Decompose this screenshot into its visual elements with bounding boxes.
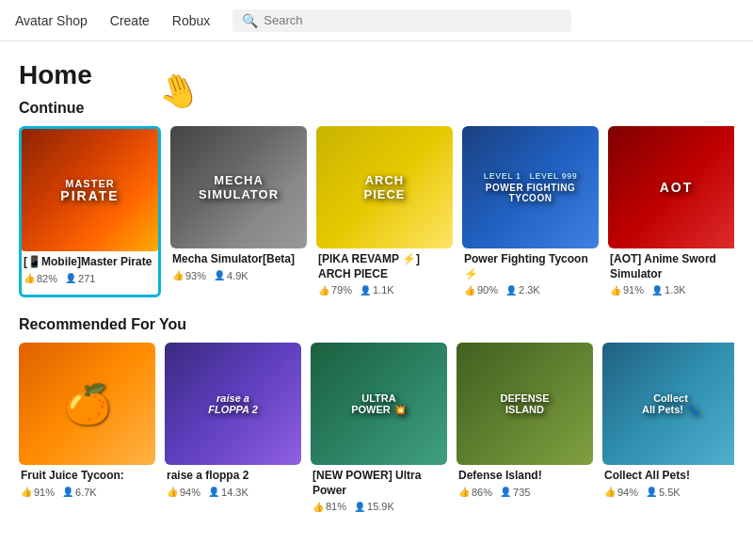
page-title: Home [19, 60, 734, 90]
game-title-collect-pets: Collect All Pets! [604, 469, 734, 484]
players-value: 4.9K [227, 270, 248, 281]
nav-create[interactable]: Create [110, 9, 150, 32]
game-info-master-pirate: [📱Mobile]Master Pirate 👍 82% 👤 271 [22, 251, 158, 286]
game-stats-defense-island: 👍 86% 👤 735 [458, 487, 591, 498]
game-card-fruit-juice[interactable]: 🍊 Fruit Juice Tycoon: 👍 91% 👤 [19, 343, 155, 514]
game-card-power-fighting[interactable]: LEVEL 1 LEVEL 999 POWER FIGHTINGTYCOON P… [462, 126, 599, 297]
nav-robux[interactable]: Robux [172, 9, 210, 32]
game-card-raise-floppa[interactable]: raise aFLOPPA 2 raise a floppa 2 👍 94% 👤 [165, 343, 301, 514]
players-stat: 👤 1.1K [360, 284, 394, 296]
game-card-master-pirate[interactable]: MASTER PIRATE [📱Mobile]Master Pirate 👍 8… [19, 126, 161, 297]
game-thumb-collect-pets: CollectAll Pets! 🐾 [602, 343, 734, 465]
thumb-bg-aot: AOT [608, 126, 734, 248]
rating-value: 91% [34, 487, 55, 498]
players-value: 6.7K [75, 487, 97, 498]
game-stats-mecha: 👍 93% 👤 4.9K [172, 270, 305, 281]
game-info-power-fighting: Power Fighting Tycoon ⚡ 👍 90% 👤 2.3K [462, 248, 599, 297]
players-icon: 👤 [214, 270, 225, 280]
game-info-defense-island: Defense Island! 👍 86% 👤 735 [457, 465, 593, 500]
rating-value: 94% [180, 487, 200, 498]
search-bar: 🔍 [232, 9, 571, 32]
thumbs-up-icon: 👍 [21, 487, 32, 497]
rating-stat: 👍 93% [172, 270, 206, 281]
rating-value: 86% [472, 487, 492, 498]
rating-stat: 👍 81% [312, 501, 346, 512]
thumbs-up-icon: 👍 [172, 270, 184, 280]
rating-value: 82% [37, 273, 57, 284]
players-icon: 👤 [354, 502, 365, 512]
game-stats-raise-floppa: 👍 94% 👤 14.3K [167, 487, 299, 498]
continue-section: Continue MASTER PIRATE [📱Mobile]Master P [19, 100, 734, 297]
game-card-collect-pets[interactable]: CollectAll Pets! 🐾 Collect All Pets! 👍 9… [602, 343, 734, 514]
game-card-aot[interactable]: AOT [AOT] Anime Sword Simulator 👍 91% 👤 [608, 126, 734, 297]
nav-avatar-shop[interactable]: Avatar Shop [15, 9, 88, 32]
game-title-new-power: [NEW POWER] Ultra Power [312, 469, 445, 498]
recommended-section: Recommended For You 🍊 Fruit Juice Tycoon… [19, 316, 734, 514]
rating-value: 93% [185, 270, 206, 281]
search-input[interactable] [264, 13, 562, 27]
game-card-arch-piece[interactable]: ARCHPIECE [PIKA REVAMP ⚡] ARCH PIECE 👍 7… [316, 126, 453, 297]
thumb-bg-power-fighting: LEVEL 1 LEVEL 999 POWER FIGHTINGTYCOON [462, 126, 599, 248]
game-info-fruit-juice: Fruit Juice Tycoon: 👍 91% 👤 6.7K [19, 465, 155, 500]
players-value: 1.1K [373, 284, 394, 296]
players-stat: 👤 4.9K [214, 270, 248, 281]
game-thumb-aot: AOT [608, 126, 734, 248]
search-icon: 🔍 [242, 13, 258, 28]
rating-value: 90% [477, 284, 498, 296]
players-stat: 👤 14.3K [208, 487, 248, 498]
game-title-aot: [AOT] Anime Sword Simulator [610, 252, 734, 281]
rating-value: 94% [617, 487, 638, 498]
rating-stat: 👍 91% [610, 284, 644, 296]
game-info-new-power: [NEW POWER] Ultra Power 👍 81% 👤 15.9K [311, 465, 447, 514]
thumbs-up-icon: 👍 [167, 487, 178, 497]
game-stats-aot: 👍 91% 👤 1.3K [610, 284, 734, 296]
continue-cards-row: MASTER PIRATE [📱Mobile]Master Pirate 👍 8… [19, 126, 734, 297]
players-stat: 👤 15.9K [354, 501, 394, 512]
game-stats-new-power: 👍 81% 👤 15.9K [312, 501, 445, 512]
players-stat: 👤 2.3K [505, 284, 540, 296]
thumb-bg-new-power: ULTRAPOWER 💥 [311, 343, 447, 465]
game-info-aot: [AOT] Anime Sword Simulator 👍 91% 👤 1.3K [608, 248, 734, 297]
recommended-section-title: Recommended For You [19, 316, 734, 333]
game-title-fruit-juice: Fruit Juice Tycoon: [21, 469, 153, 484]
thumb-bg-collect-pets: CollectAll Pets! 🐾 [602, 343, 734, 465]
players-value: 15.9K [367, 501, 394, 512]
players-stat: 👤 1.3K [651, 284, 686, 296]
rating-stat: 👍 82% [24, 273, 57, 284]
thumbs-up-icon: 👍 [610, 285, 621, 296]
game-card-defense-island[interactable]: DEFENSEISLAND Defense Island! 👍 86% 👤 [457, 343, 593, 514]
players-icon: 👤 [646, 487, 657, 497]
game-stats-master-pirate: 👍 82% 👤 271 [24, 273, 156, 284]
game-info-raise-floppa: raise a floppa 2 👍 94% 👤 14.3K [165, 465, 301, 500]
recommended-cards-row: 🍊 Fruit Juice Tycoon: 👍 91% 👤 [19, 343, 734, 514]
rating-value: 79% [331, 284, 352, 296]
game-info-collect-pets: Collect All Pets! 👍 94% 👤 5.5K [602, 465, 734, 500]
players-icon: 👤 [65, 273, 76, 283]
game-title-power-fighting: Power Fighting Tycoon ⚡ [464, 252, 597, 281]
rating-stat: 👍 94% [167, 487, 200, 498]
thumb-bg-raise-floppa: raise aFLOPPA 2 [165, 343, 301, 465]
game-card-new-power[interactable]: ULTRAPOWER 💥 [NEW POWER] Ultra Power 👍 8… [311, 343, 447, 514]
players-value: 1.3K [665, 284, 686, 296]
players-stat: 👤 5.5K [646, 487, 681, 498]
game-thumb-mecha: MECHASIMULATOR [170, 126, 307, 248]
thumbs-up-icon: 👍 [458, 487, 470, 497]
thumb-bg-defense-island: DEFENSEISLAND [457, 343, 593, 465]
main-content: Home Continue MASTER PIRATE [0, 41, 753, 514]
game-title-defense-island: Defense Island! [458, 469, 591, 484]
game-thumb-defense-island: DEFENSEISLAND [457, 343, 593, 465]
thumbs-up-icon: 👍 [318, 285, 329, 296]
players-stat: 👤 735 [500, 487, 530, 498]
players-icon: 👤 [505, 285, 517, 296]
rating-stat: 👍 90% [464, 284, 498, 296]
thumb-bg-arch-piece: ARCHPIECE [316, 126, 453, 248]
game-info-mecha: Mecha Simulator[Beta] 👍 93% 👤 4.9K [170, 248, 307, 283]
game-thumb-arch-piece: ARCHPIECE [316, 126, 453, 248]
players-icon: 👤 [62, 487, 73, 497]
game-stats-power-fighting: 👍 90% 👤 2.3K [464, 284, 597, 296]
game-thumb-master-pirate: MASTER PIRATE [22, 129, 158, 251]
rating-stat: 👍 79% [318, 284, 352, 296]
players-value: 271 [78, 273, 95, 284]
rating-value: 81% [326, 501, 346, 512]
game-card-mecha-simulator[interactable]: MECHASIMULATOR Mecha Simulator[Beta] 👍 9… [170, 126, 307, 297]
